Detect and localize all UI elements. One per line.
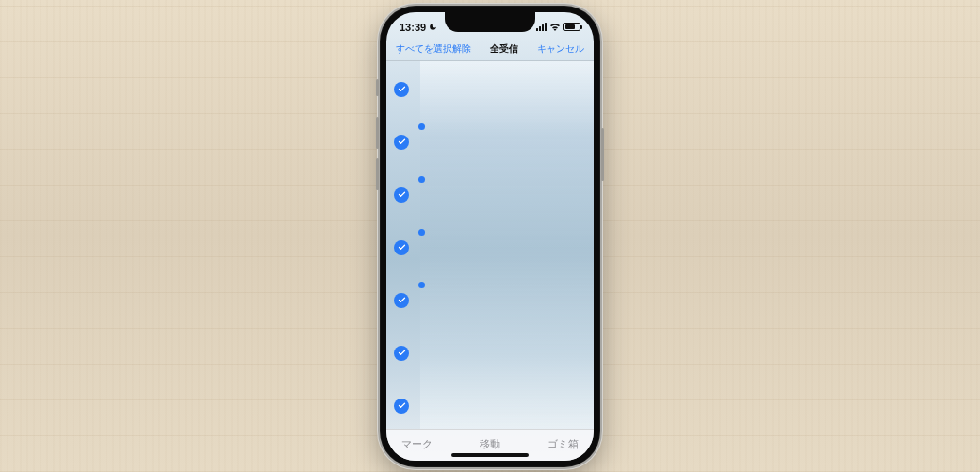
deselect-all-button[interactable]: すべてを選択解除 (396, 42, 471, 56)
unread-dot-icon (418, 176, 425, 183)
mail-row[interactable] (386, 221, 594, 274)
phone-frame: 13:39 すべてを選択解除 全受信 キャンセル (380, 6, 600, 467)
selection-checkmark-icon[interactable] (394, 293, 409, 308)
cellular-signal-icon (536, 23, 547, 31)
power-button[interactable] (601, 128, 604, 181)
volume-up-button[interactable] (376, 117, 379, 149)
navigation-bar: すべてを選択解除 全受信 キャンセル (386, 39, 594, 61)
move-button[interactable]: 移動 (480, 437, 500, 451)
mail-row[interactable] (386, 274, 594, 327)
do-not-disturb-icon (429, 23, 437, 31)
unread-dot-icon (418, 123, 425, 130)
mail-list[interactable] (386, 61, 594, 429)
mute-switch[interactable] (376, 79, 379, 96)
trash-button[interactable]: ゴミ箱 (547, 437, 579, 451)
mail-row[interactable] (386, 63, 594, 116)
mail-row[interactable] (386, 327, 594, 380)
mail-row[interactable] (386, 116, 594, 169)
status-time: 13:39 (400, 22, 426, 33)
selection-checkmark-icon[interactable] (394, 346, 409, 361)
selection-checkmark-icon[interactable] (394, 187, 409, 203)
battery-icon (564, 23, 580, 31)
selection-checkmark-icon[interactable] (394, 399, 409, 414)
selection-checkmark-icon[interactable] (394, 82, 409, 97)
notch (445, 12, 535, 32)
selection-checkmark-icon[interactable] (394, 240, 409, 255)
page-title: 全受信 (490, 42, 518, 56)
cancel-button[interactable]: キャンセル (537, 42, 584, 56)
mark-button[interactable]: マーク (401, 437, 433, 451)
screen: 13:39 すべてを選択解除 全受信 キャンセル (386, 12, 594, 461)
unread-dot-icon (418, 282, 425, 288)
volume-down-button[interactable] (376, 158, 379, 190)
mail-row[interactable] (386, 380, 594, 429)
wifi-icon (549, 23, 561, 31)
mail-row[interactable] (386, 169, 594, 221)
home-indicator[interactable] (451, 453, 529, 457)
selection-checkmark-icon[interactable] (394, 135, 409, 150)
unread-dot-icon (418, 229, 425, 236)
